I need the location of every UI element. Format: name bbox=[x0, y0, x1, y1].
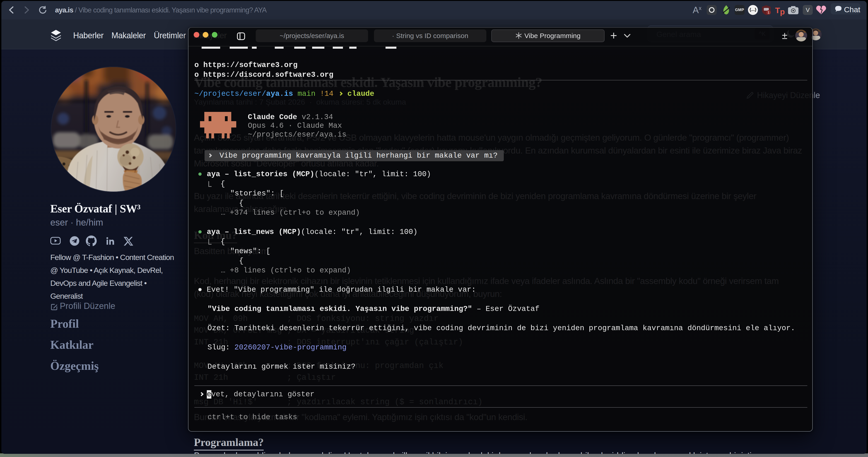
svg-text:1: 1 bbox=[768, 10, 770, 14]
